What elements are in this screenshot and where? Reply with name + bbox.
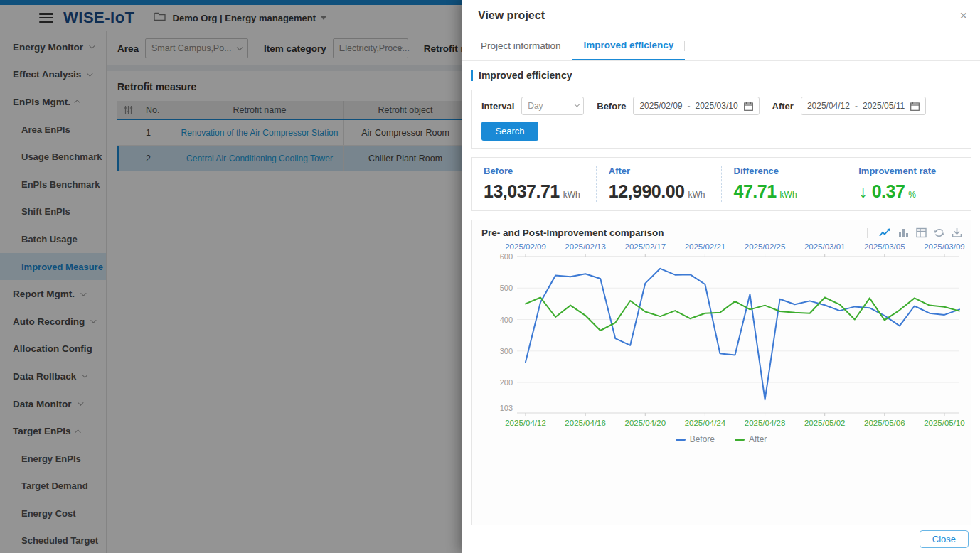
- before-end-date: 2025/03/10: [696, 101, 738, 111]
- table-icon[interactable]: [916, 227, 927, 238]
- after-date-range-input[interactable]: 2025/04/12 - 2025/05/11: [801, 97, 926, 115]
- close-button[interactable]: Close: [920, 530, 969, 548]
- svg-text:400: 400: [500, 316, 513, 324]
- panel-footer: Close: [462, 525, 980, 553]
- stat-improvement-rate: Improvement rate ↓ 0.37%: [846, 166, 971, 202]
- panel-tabs: Project information Improved efficiency: [462, 31, 980, 61]
- svg-text:103: 103: [500, 404, 513, 412]
- svg-text:2025/03/09: 2025/03/09: [924, 242, 965, 251]
- svg-text:2025/04/12: 2025/04/12: [505, 419, 546, 427]
- comparison-line-chart[interactable]: 6005004003002001032025/02/092025/04/1220…: [472, 238, 971, 431]
- after-range-label: After: [772, 101, 794, 112]
- svg-text:2025/04/20: 2025/04/20: [624, 419, 666, 427]
- svg-text:2025/05/10: 2025/05/10: [924, 419, 965, 427]
- stat-before-value: 13,037.71: [484, 181, 560, 202]
- chart-legend: Before After: [472, 434, 971, 444]
- legend-item-after[interactable]: After: [735, 434, 767, 444]
- tab-project-information[interactable]: Project information: [469, 31, 572, 60]
- legend-marker-before: [676, 439, 686, 441]
- close-icon[interactable]: ×: [959, 9, 967, 22]
- refresh-icon[interactable]: [934, 227, 944, 238]
- svg-text:2025/02/17: 2025/02/17: [624, 242, 666, 251]
- chevron-down-icon: [574, 101, 580, 107]
- svg-text:2025/04/24: 2025/04/24: [685, 419, 726, 427]
- before-range-label: Before: [597, 101, 626, 112]
- after-start-date: 2025/04/12: [807, 101, 850, 111]
- efficiency-filter-card: Interval Day Before 2025/02/09 - 2025/03…: [471, 90, 971, 149]
- before-date-range-input[interactable]: 2025/02/09 - 2025/03/10: [633, 97, 759, 115]
- panel-title: View project: [478, 9, 959, 22]
- stat-improvement-rate-value: ↓ 0.37: [858, 181, 905, 202]
- svg-text:2025/02/25: 2025/02/25: [745, 242, 786, 251]
- panel-header: View project ×: [462, 0, 980, 31]
- search-button[interactable]: Search: [481, 122, 538, 141]
- toolbar-separator: [867, 228, 868, 238]
- svg-text:2025/05/02: 2025/05/02: [804, 419, 846, 427]
- svg-text:500: 500: [500, 284, 513, 292]
- stat-before: Before 13,037.71kWh: [472, 166, 596, 202]
- svg-text:2025/04/16: 2025/04/16: [565, 419, 606, 427]
- line-chart-icon[interactable]: [879, 227, 891, 238]
- stat-after: After 12,990.00kWh: [596, 166, 721, 202]
- interval-select[interactable]: Day: [521, 97, 584, 115]
- interval-label: Interval: [481, 101, 514, 112]
- svg-text:300: 300: [500, 347, 513, 355]
- legend-marker-after: [735, 439, 745, 441]
- svg-text:2025/03/05: 2025/03/05: [864, 242, 905, 251]
- calendar-icon: [744, 102, 753, 111]
- section-heading-bar: [471, 70, 473, 81]
- view-project-panel: View project × Project information Impro…: [462, 0, 980, 553]
- panel-body: Improved efficiency Interval Day Before …: [462, 61, 980, 535]
- svg-text:2025/03/01: 2025/03/01: [804, 242, 846, 251]
- tab-improved-efficiency[interactable]: Improved efficiency: [572, 31, 686, 60]
- chart-title: Pre- and Post-Improvement comparison: [481, 227, 867, 238]
- stat-difference: Difference 47.71kWh: [721, 166, 846, 202]
- svg-text:2025/02/13: 2025/02/13: [565, 242, 606, 251]
- section-heading: Improved efficiency: [471, 70, 971, 81]
- svg-text:600: 600: [500, 252, 513, 261]
- svg-text:2025/04/28: 2025/04/28: [745, 419, 786, 427]
- comparison-stats-card: Before 13,037.71kWh After 12,990.00kWh D…: [471, 157, 971, 211]
- calendar-icon: [910, 102, 920, 111]
- legend-item-before[interactable]: Before: [676, 434, 715, 444]
- chart-toolbar: [867, 227, 962, 238]
- svg-text:2025/02/09: 2025/02/09: [505, 242, 546, 251]
- svg-text:2025/05/06: 2025/05/06: [864, 419, 905, 427]
- after-end-date: 2025/05/11: [863, 101, 905, 111]
- download-icon[interactable]: [952, 227, 962, 238]
- svg-text:200: 200: [500, 378, 513, 387]
- stat-after-value: 12,990.00: [609, 181, 685, 202]
- stat-difference-value: 47.71: [734, 181, 777, 202]
- svg-text:2025/02/21: 2025/02/21: [685, 242, 726, 251]
- before-start-date: 2025/02/09: [639, 101, 682, 111]
- comparison-chart-card: Pre- and Post-Improvement comparison: [471, 220, 971, 535]
- bar-chart-icon[interactable]: [898, 227, 909, 238]
